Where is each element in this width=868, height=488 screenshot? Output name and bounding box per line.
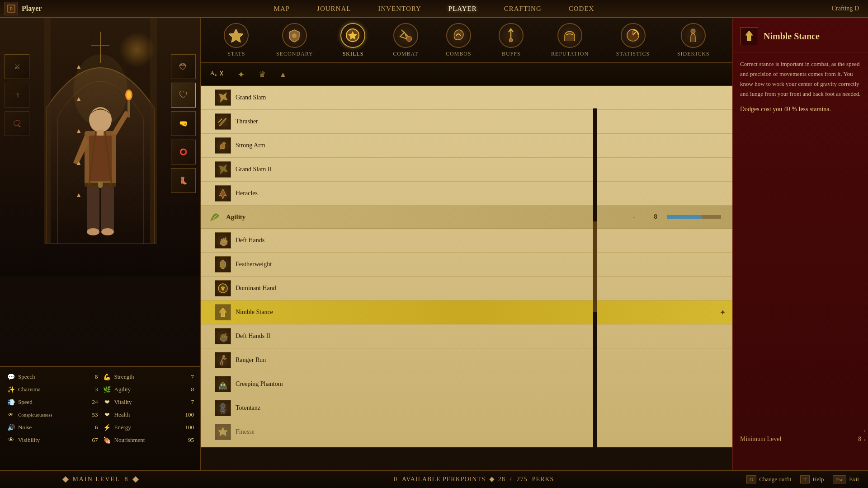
tab-secondary[interactable]: Secondary: [271, 19, 319, 61]
stat-agility-label: Agility: [114, 386, 178, 393]
tab-combat[interactable]: Combat: [387, 19, 424, 61]
nav-map[interactable]: MAP: [274, 5, 290, 13]
stat-visibility-value: 67: [85, 436, 98, 444]
skill-category-agility[interactable]: Agility - 8: [201, 206, 732, 229]
deft-hands-ii-icon: [215, 328, 231, 344]
stat-health-value: 100: [180, 411, 194, 418]
exit-button[interactable]: Esc Exit: [833, 475, 859, 483]
tab-secondary-label: Secondary: [276, 51, 313, 57]
skill-nimble-stance[interactable]: Nimble Stance ✦: [201, 300, 732, 324]
svg-point-19: [101, 228, 114, 235]
filter-up-button[interactable]: ▲: [279, 70, 287, 79]
tab-sidekicks-label: Sidekicks: [677, 51, 710, 57]
skill-finesse[interactable]: Finesse: [201, 420, 732, 444]
filter-crown-button[interactable]: ♛: [259, 70, 266, 80]
tab-secondary-icon: [282, 23, 307, 48]
dominant-hand-icon: [215, 280, 231, 296]
skill-finesse-name: Finesse: [236, 428, 726, 436]
nav-player[interactable]: PLAYER: [448, 5, 477, 13]
skill-grand-slam[interactable]: Grand Slam: [201, 86, 732, 110]
tab-buffs-label: Buffs: [502, 51, 521, 57]
filter-star-button[interactable]: ✦: [237, 69, 245, 80]
skill-deft-hands[interactable]: Deft Hands: [201, 229, 732, 253]
helmet-slot[interactable]: ⛑: [171, 54, 196, 79]
skill-thrasher[interactable]: Thrasher: [201, 110, 732, 134]
noise-icon: 🔊: [6, 423, 15, 432]
visibility-icon: 👁: [6, 436, 15, 445]
skill-deft-hands-ii[interactable]: Deft Hands II: [201, 324, 732, 348]
skill-featherweight[interactable]: Featherweight: [201, 253, 732, 277]
necklace-slot[interactable]: 📿: [5, 111, 29, 136]
stat-health: ❤ Health 100: [101, 409, 196, 420]
tab-sidekicks[interactable]: Sidekicks: [672, 19, 715, 61]
help-button[interactable]: T Help: [800, 475, 824, 483]
tab-combos-label: Combos: [446, 51, 472, 57]
svg-rect-10: [97, 130, 104, 136]
skill-creeping-phantom[interactable]: Creeping Phantom: [201, 372, 732, 396]
gloves-slot[interactable]: 🤜: [171, 111, 196, 136]
stat-vitality-value: 7: [180, 399, 194, 406]
character-figure: [60, 86, 141, 267]
perks-current: 28: [498, 476, 505, 483]
skill-grand-slam-ii[interactable]: Grand Slam II: [201, 158, 732, 182]
skill-detail-title: Nimble Stance: [764, 31, 820, 42]
skill-heracles[interactable]: Heracles: [201, 182, 732, 206]
skill-ranger-run[interactable]: Ranger Run: [201, 348, 732, 372]
skill-dominant-hand[interactable]: Dominant Hand: [201, 277, 732, 300]
scrollbar-thumb[interactable]: [593, 221, 597, 312]
change-outfit-button[interactable]: O Change outfit: [746, 475, 791, 483]
tab-stats[interactable]: Stats: [218, 19, 254, 61]
heracles-icon: [215, 185, 231, 202]
tab-combat-icon: [393, 23, 418, 48]
nimble-stance-icon: [215, 304, 231, 320]
skill-detail-footer: Minimum Level 8: [740, 436, 861, 443]
tab-combos-icon: [446, 23, 471, 48]
equipment-slots-left: ⚔ 🗡 📿: [5, 54, 29, 136]
tab-combos[interactable]: Combos: [440, 19, 477, 61]
armor-slot[interactable]: 🛡: [171, 83, 196, 108]
stat-vitality: ❤ Vitality 7: [101, 397, 196, 408]
skill-strong-arm[interactable]: Strong Arm: [201, 134, 732, 158]
level-arrow-4[interactable]: ▲: [75, 160, 82, 167]
skill-dominant-hand-name: Dominant Hand: [236, 285, 726, 292]
finesse-icon: [215, 424, 231, 440]
tab-sidekicks-icon: [681, 23, 706, 48]
nav-inventory[interactable]: INVENTORY: [378, 5, 421, 13]
charisma-icon: ✨: [6, 385, 15, 394]
exit-label: Exit: [849, 476, 859, 483]
skills-list: Grand Slam Thrasher Strong Arm Grand Sla…: [201, 86, 732, 447]
level-arrow-3[interactable]: ▲: [75, 127, 82, 135]
sort-az-button[interactable]: A z: [210, 69, 224, 80]
tab-skills[interactable]: Skills: [335, 19, 371, 61]
level-up-arrow[interactable]: ▲: [75, 63, 82, 70]
skill-deft-hands-ii-name: Deft Hands II: [236, 333, 726, 340]
nav-codex[interactable]: CODEX: [569, 5, 594, 13]
weapon-main-slot[interactable]: ⚔: [5, 54, 29, 79]
svg-rect-17: [101, 187, 114, 232]
app-icon: P: [5, 2, 18, 15]
skill-creeping-phantom-name: Creeping Phantom: [236, 380, 726, 388]
tab-stats-icon: [224, 23, 249, 48]
level-arrow-2[interactable]: ▲: [75, 95, 82, 103]
boots-slot[interactable]: 👢: [171, 168, 196, 193]
level-diamond-left: [62, 476, 69, 483]
level-arrows: ▲ ▲ ▲ ▲ ▲: [75, 63, 82, 199]
stat-noise-value: 6: [85, 424, 98, 431]
tab-statistics[interactable]: Statistics: [611, 19, 655, 61]
main-navigation: MAP JOURNAL INVENTORY PLAYER CRAFTING CO…: [274, 5, 594, 13]
stat-visibility: 👁 Visibility 67: [5, 435, 100, 446]
perks-total: 275: [517, 476, 528, 483]
ring-slot[interactable]: ⭕: [171, 140, 196, 164]
level-down-arrow[interactable]: ▲: [75, 192, 82, 199]
stat-conspicuousness: 👁 Conspicuousness 53: [5, 409, 100, 420]
weapon-off-slot[interactable]: 🗡: [5, 83, 29, 108]
nav-journal[interactable]: JOURNAL: [317, 5, 351, 13]
svg-rect-40: [220, 409, 222, 412]
creeping-phantom-icon: [215, 376, 231, 392]
tab-buffs[interactable]: Buffs: [493, 19, 529, 61]
nav-crafting[interactable]: CRAFTING: [504, 5, 542, 13]
skill-nimble-stance-name: Nimble Stance: [236, 309, 715, 316]
skill-totentanz[interactable]: Totentanz: [201, 396, 732, 420]
stat-speed-value: 24: [85, 399, 98, 406]
tab-reputation[interactable]: Reputation: [546, 19, 594, 61]
